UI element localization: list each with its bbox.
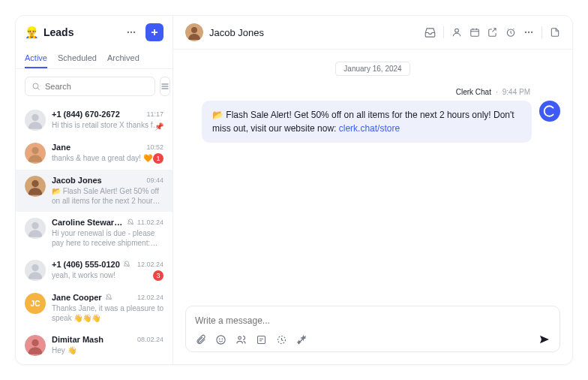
tab-archived[interactable]: Archived — [107, 49, 140, 68]
separator — [542, 26, 542, 38]
user-button[interactable] — [452, 27, 462, 38]
conversation-item[interactable]: Dimitar Mash08.02.24Hey 👋 — [16, 329, 172, 362]
conv-preview: Hey 👋 — [52, 345, 164, 355]
conv-avatar — [25, 110, 46, 131]
emoji-button[interactable] — [215, 334, 226, 345]
menu-icon — [160, 82, 170, 91]
message-sender: Clerk Chat — [456, 88, 491, 96]
conv-body: +1 (844) 670-267211:17Hi this is retail … — [52, 110, 164, 131]
calendar-button[interactable] — [470, 27, 480, 38]
svg-point-24 — [217, 335, 225, 343]
sidebar-title-text: Leads — [44, 26, 74, 38]
svg-point-15 — [32, 339, 38, 346]
composer-toolbar — [195, 333, 550, 345]
sender-avatar — [539, 101, 560, 122]
conv-avatar — [25, 260, 46, 281]
avatar-image — [185, 23, 203, 41]
clock-button[interactable] — [506, 27, 516, 38]
conv-time: 12.02.24 — [137, 261, 164, 268]
search-row — [16, 69, 172, 104]
conversation-list: +1 (844) 670-267211:17Hi this is retail … — [16, 104, 172, 364]
send-icon — [538, 333, 550, 345]
conv-preview: Hi this is retail store X thanks for con… — [52, 120, 164, 130]
svg-point-17 — [191, 27, 197, 33]
conversation-item[interactable]: +1 (844) 670-267211:17Hi this is retail … — [16, 104, 172, 137]
separator — [443, 26, 444, 38]
paperclip-icon — [195, 334, 206, 345]
clock-icon — [506, 27, 516, 38]
sidebar-more-button[interactable] — [123, 24, 140, 41]
conv-preview: thanks & have a great day! 🧡 — [52, 153, 164, 163]
conv-body: Jacob Jones09:44📂 Flash Sale Alert! Get … — [52, 176, 164, 206]
conv-body: Dimitar Mash08.02.24Hey 👋 — [52, 335, 164, 356]
header-more-button[interactable] — [524, 27, 534, 38]
conversation-item[interactable]: Caroline Stewart, +1 (5...11.02.24Hi you… — [16, 212, 172, 254]
conv-body: Caroline Stewart, +1 (5...11.02.24Hi you… — [52, 218, 164, 248]
conv-name: Jane — [52, 143, 70, 152]
leads-emoji: 👷‍♂️ — [25, 26, 39, 39]
message-meta: Clerk Chat · 9:44 PM — [185, 88, 560, 96]
svg-point-9 — [32, 180, 38, 187]
svg-point-5 — [32, 114, 38, 121]
conv-time: 11:17 — [146, 110, 164, 118]
conversation-item[interactable]: JCJane Cooper12.02.24Thanks Jane, it was… — [16, 287, 172, 329]
conv-preview: yeah, it works now! — [52, 270, 164, 280]
search-box[interactable] — [25, 77, 155, 96]
tab-active[interactable]: Active — [25, 49, 47, 68]
inbox-button[interactable] — [424, 27, 436, 38]
date-text: January 16, 2024 — [335, 62, 410, 76]
export-button[interactable] — [488, 27, 498, 38]
attach-button[interactable] — [195, 334, 206, 345]
mention-button[interactable] — [236, 334, 247, 345]
message-link[interactable]: clerk.chat/store — [339, 123, 400, 134]
tab-scheduled[interactable]: Scheduled — [58, 49, 97, 68]
conv-avatar — [25, 218, 46, 239]
export-icon — [488, 27, 498, 38]
message-bubble: 📂 Flash Sale Alert! Get 50% off on all i… — [202, 101, 532, 143]
conv-name: Caroline Stewart, +1 (5... — [52, 218, 124, 227]
chat-body: January 16, 2024 Clerk Chat · 9:44 PM 📂 … — [173, 50, 572, 300]
sidebar-title: 👷‍♂️ Leads — [25, 26, 117, 39]
conversation-item[interactable]: Jane10:52thanks & have a great day! 🧡1 — [16, 137, 172, 170]
plus-icon — [149, 27, 160, 38]
ai-button[interactable] — [296, 334, 308, 345]
conversation-item[interactable]: +1 (406) 555-012012.02.24yeah, it works … — [16, 254, 172, 287]
conv-body: +1 (406) 555-012012.02.24yeah, it works … — [52, 260, 164, 281]
conv-body: Jane Cooper12.02.24Thanks Jane, it was a… — [52, 293, 164, 323]
message-time: 9:44 PM — [502, 88, 530, 96]
conv-preview: Hi your renewal is due - please pay here… — [52, 228, 164, 248]
message-composer — [185, 306, 560, 352]
svg-point-21 — [525, 32, 526, 33]
send-button[interactable] — [538, 333, 550, 345]
add-button[interactable] — [146, 23, 164, 41]
svg-point-26 — [222, 338, 223, 339]
template-button[interactable] — [256, 334, 267, 345]
svg-point-27 — [238, 336, 242, 339]
search-input[interactable] — [45, 82, 148, 91]
svg-point-18 — [455, 29, 459, 32]
svg-rect-19 — [471, 29, 479, 36]
conversation-item[interactable]: Jacob Jones09:44📂 Flash Sale Alert! Get … — [16, 170, 172, 212]
list-menu-button[interactable] — [160, 77, 170, 96]
svg-point-0 — [128, 32, 129, 33]
chat-panel: Jacob Jones January 16, 2024 Clerk Chat … — [173, 16, 572, 364]
user-group-icon — [236, 334, 247, 345]
svg-point-13 — [32, 264, 38, 271]
sidebar-tabs: Active Scheduled Archived — [16, 49, 172, 69]
svg-point-25 — [219, 338, 220, 339]
chat-title: Jacob Jones — [209, 27, 418, 38]
conv-name: Jacob Jones — [52, 176, 102, 185]
sidebar-header: 👷‍♂️ Leads — [16, 16, 172, 49]
svg-point-23 — [531, 32, 532, 33]
conv-avatar — [25, 143, 46, 164]
header-actions — [424, 26, 560, 38]
message-row: 📂 Flash Sale Alert! Get 50% off on all i… — [185, 101, 560, 143]
document-icon — [550, 27, 560, 38]
document-button[interactable] — [550, 27, 560, 38]
composer-input[interactable] — [195, 312, 550, 329]
conv-time: 11.02.24 — [137, 219, 164, 226]
app-root: 👷‍♂️ Leads Active Scheduled Archived — [15, 15, 573, 365]
template-icon — [256, 334, 267, 345]
user-icon — [452, 27, 462, 38]
schedule-button[interactable] — [276, 334, 287, 345]
